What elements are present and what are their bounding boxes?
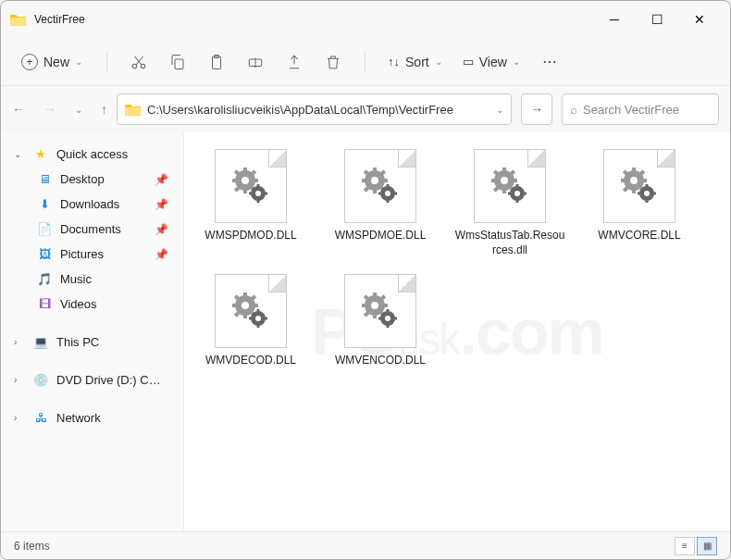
file-item[interactable]: WmsStatusTab.Resources.dll: [454, 149, 565, 257]
svg-rect-68: [638, 193, 641, 195]
svg-rect-75: [254, 304, 258, 307]
file-item[interactable]: WMVCORE.DLL: [584, 149, 695, 257]
svg-rect-53: [523, 193, 527, 195]
svg-rect-90: [362, 304, 366, 307]
gears-icon: [619, 166, 660, 206]
svg-rect-99: [387, 324, 390, 328]
svg-rect-59: [642, 179, 647, 182]
refresh-button[interactable]: →: [521, 93, 552, 125]
sidebar-item-videos[interactable]: 🎞Videos: [1, 292, 183, 317]
svg-rect-84: [249, 317, 253, 320]
rename-button[interactable]: [239, 45, 272, 79]
minimize-button[interactable]: ─: [593, 5, 636, 34]
file-item[interactable]: WMVENCOD.DLL: [325, 274, 436, 368]
sidebar-item-this-pc[interactable]: › 💻 This PC: [1, 330, 183, 355]
svg-rect-85: [264, 317, 267, 320]
gears-icon: [360, 166, 401, 206]
sidebar-item-downloads[interactable]: ⬇Downloads 📌: [1, 192, 183, 217]
svg-rect-8: [243, 168, 247, 172]
paste-button[interactable]: [200, 45, 233, 79]
icons-view-toggle[interactable]: ▦: [697, 537, 717, 555]
forward-button[interactable]: →: [43, 102, 56, 117]
svg-rect-69: [652, 193, 656, 195]
file-name: WmsStatusTab.Resources.dll: [454, 229, 565, 257]
svg-rect-10: [232, 179, 237, 182]
svg-rect-41: [502, 189, 506, 193]
statusbar: 6 items ≡ ▦: [1, 531, 730, 559]
new-button[interactable]: + New ⌄: [12, 48, 92, 76]
svg-rect-58: [621, 179, 626, 182]
window-title: VectirFree: [34, 13, 85, 26]
svg-rect-51: [516, 199, 519, 203]
up-button[interactable]: ↑: [101, 102, 107, 117]
svg-rect-26: [362, 179, 366, 182]
chevron-right-icon: ›: [14, 413, 25, 423]
share-button[interactable]: [278, 45, 311, 79]
sidebar-item-pictures[interactable]: 🖼Pictures 📌: [1, 242, 183, 267]
sidebar-item-dvd[interactable]: › 💿 DVD Drive (D:) CCCC: [1, 367, 183, 392]
svg-rect-57: [632, 189, 636, 193]
folder-icon: [125, 103, 142, 117]
svg-rect-21: [264, 193, 267, 195]
more-button[interactable]: ⋯: [533, 45, 566, 79]
svg-rect-19: [257, 199, 260, 203]
file-pane[interactable]: PCrisk.com WMSPDMOD.DLL: [184, 132, 730, 531]
dll-file-icon: [215, 274, 287, 348]
sidebar-item-music[interactable]: 🎵Music: [1, 267, 183, 292]
maximize-button[interactable]: ☐: [636, 5, 678, 34]
navbar: ← → ⌄ ↑ C:\Users\karolisliucveikis\AppDa…: [1, 86, 730, 132]
downloads-icon: ⬇: [36, 197, 53, 211]
sidebar-item-desktop[interactable]: 🖥Desktop 📌: [1, 167, 183, 192]
svg-rect-72: [243, 292, 247, 297]
pin-icon: 📌: [155, 173, 168, 186]
svg-rect-98: [387, 309, 390, 313]
svg-rect-24: [373, 168, 377, 172]
svg-point-97: [385, 316, 390, 321]
view-button[interactable]: ▭ View ⌄: [455, 55, 527, 69]
svg-rect-43: [513, 179, 517, 182]
sidebar-item-network[interactable]: › 🖧 Network: [1, 405, 183, 430]
toolbar: + New ⌄ ↑↓ Sort ⌄ ▭ View ⌄ ⋯: [1, 38, 730, 86]
chevron-down-icon: ⌄: [14, 149, 25, 159]
dll-file-icon: [344, 149, 416, 223]
svg-point-17: [255, 191, 261, 196]
delete-button[interactable]: [316, 45, 350, 79]
explorer-window: VectirFree ─ ☐ ✕ + New ⌄ ↑↓ Sort ⌄ ▭ Vie…: [0, 0, 731, 560]
titlebar: VectirFree ─ ☐ ✕: [1, 1, 730, 38]
chevron-down-icon: ⌄: [435, 56, 442, 67]
gears-icon: [230, 166, 271, 206]
svg-point-71: [242, 302, 249, 309]
copy-button[interactable]: [161, 45, 194, 79]
svg-rect-52: [508, 193, 512, 195]
svg-point-81: [255, 316, 261, 321]
svg-rect-67: [646, 199, 649, 203]
cut-button[interactable]: [122, 45, 155, 79]
dll-file-icon: [344, 274, 416, 348]
file-item[interactable]: WMSPDMOE.DLL: [325, 149, 436, 257]
svg-rect-56: [632, 168, 636, 172]
file-item[interactable]: WMSPDMOD.DLL: [195, 149, 306, 257]
file-item[interactable]: WMVDECOD.DLL: [195, 274, 306, 368]
chevron-right-icon: ›: [14, 337, 25, 347]
sort-icon: ↑↓: [388, 55, 400, 68]
back-button[interactable]: ←: [12, 102, 25, 117]
svg-rect-25: [373, 189, 377, 193]
details-view-toggle[interactable]: ≡: [675, 537, 695, 555]
music-icon: 🎵: [36, 272, 53, 286]
file-name: WMSPDMOD.DLL: [204, 229, 296, 243]
chevron-down-icon: ⌄: [496, 105, 503, 115]
svg-rect-34: [387, 184, 390, 188]
sidebar-item-documents[interactable]: 📄Documents 📌: [1, 217, 183, 242]
search-input[interactable]: ⌕ Search VectirFree: [562, 93, 719, 125]
path-text: C:\Users\karolisliucveikis\AppData\Local…: [147, 103, 490, 117]
sort-button[interactable]: ↑↓ Sort ⌄: [380, 55, 450, 69]
address-bar[interactable]: C:\Users\karolisliucveikis\AppData\Local…: [117, 93, 512, 125]
pc-icon: 💻: [32, 335, 49, 349]
disc-icon: 💿: [32, 373, 49, 387]
recent-button[interactable]: ⌄: [75, 105, 82, 115]
search-icon: ⌕: [570, 103, 577, 117]
svg-rect-11: [254, 179, 258, 182]
sidebar-item-quick-access[interactable]: ⌄ ★ Quick access: [1, 142, 183, 167]
close-button[interactable]: ✕: [678, 5, 721, 34]
svg-rect-37: [393, 193, 397, 195]
